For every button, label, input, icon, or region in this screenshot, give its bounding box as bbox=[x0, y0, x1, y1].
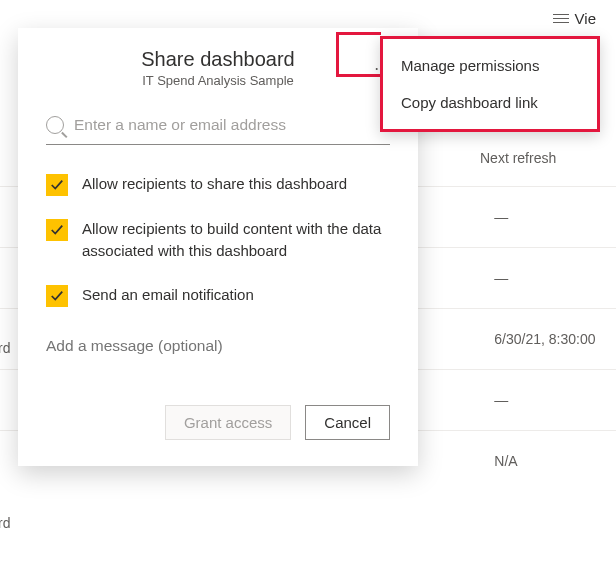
option-allow-build: Allow recipients to build content with t… bbox=[46, 218, 390, 262]
recipient-search[interactable] bbox=[46, 110, 390, 145]
view-label[interactable]: Vie bbox=[575, 10, 596, 27]
message-input[interactable] bbox=[46, 329, 390, 405]
check-icon bbox=[50, 178, 64, 192]
dialog-subtitle: IT Spend Analysis Sample bbox=[46, 73, 390, 88]
checkbox-allow-build[interactable] bbox=[46, 219, 68, 241]
cell-refresh: — bbox=[494, 209, 616, 225]
dialog-buttons: Grant access Cancel bbox=[46, 405, 390, 440]
check-icon bbox=[50, 223, 64, 237]
checkbox-send-email[interactable] bbox=[46, 285, 68, 307]
cutoff-text: rd bbox=[0, 340, 20, 356]
top-toolbar: Vie bbox=[553, 10, 596, 27]
option-send-email: Send an email notification bbox=[46, 284, 390, 307]
option-allow-share: Allow recipients to share this dashboard bbox=[46, 173, 390, 196]
option-label: Allow recipients to share this dashboard bbox=[82, 173, 347, 195]
search-icon bbox=[46, 116, 64, 134]
cell-refresh: N/A bbox=[494, 453, 616, 469]
menu-copy-dashboard-link[interactable]: Copy dashboard link bbox=[383, 84, 597, 121]
cell-refresh: — bbox=[494, 270, 616, 286]
cutoff-text: rd bbox=[0, 515, 20, 531]
dialog-header: Share dashboard IT Spend Analysis Sample… bbox=[46, 48, 390, 88]
share-dashboard-dialog: Share dashboard IT Spend Analysis Sample… bbox=[18, 28, 418, 466]
checkbox-allow-share[interactable] bbox=[46, 174, 68, 196]
cell-refresh: 6/30/21, 8:30:00 bbox=[494, 331, 616, 347]
cancel-button[interactable]: Cancel bbox=[305, 405, 390, 440]
col-next-refresh: Next refresh bbox=[480, 150, 556, 166]
menu-manage-permissions[interactable]: Manage permissions bbox=[383, 47, 597, 84]
dialog-title: Share dashboard bbox=[46, 48, 390, 71]
check-icon bbox=[50, 289, 64, 303]
cell-refresh: — bbox=[494, 392, 616, 408]
recipient-input[interactable] bbox=[74, 116, 390, 134]
grant-access-button[interactable]: Grant access bbox=[165, 405, 291, 440]
option-label: Allow recipients to build content with t… bbox=[82, 218, 390, 262]
more-options-menu: Manage permissions Copy dashboard link bbox=[380, 36, 600, 132]
hamburger-icon bbox=[553, 14, 569, 23]
option-label: Send an email notification bbox=[82, 284, 254, 306]
